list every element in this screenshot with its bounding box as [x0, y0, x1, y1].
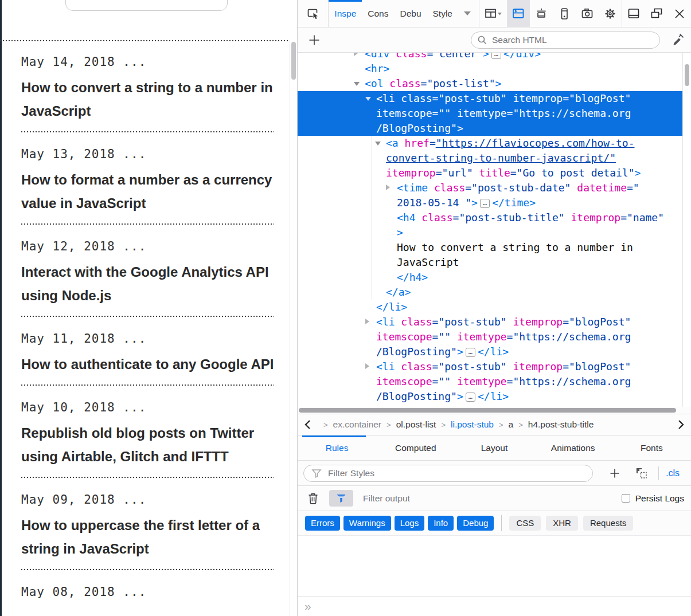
- expand-arrow-icon[interactable]: [365, 319, 369, 324]
- console-filter-toggle[interactable]: [329, 490, 353, 507]
- markup-line[interactable]: itemprop="url" title="Go to post detail"…: [298, 166, 691, 181]
- settings-button[interactable]: [599, 0, 622, 27]
- markup-line[interactable]: itemscope="" itemtype="https://schema.or…: [298, 374, 691, 389]
- markup-line[interactable]: </li>: [298, 300, 691, 315]
- level-filter-button[interactable]: Info: [428, 516, 454, 531]
- breadcrumb-item[interactable]: a: [509, 419, 514, 430]
- console-filter-input[interactable]: Filter output: [363, 493, 410, 504]
- collapsed-content-badge[interactable]: …: [480, 199, 490, 208]
- markup-line[interactable]: <hr>: [298, 61, 691, 76]
- breadcrumb-item[interactable]: ex.container: [333, 419, 381, 430]
- dock-bottom-button[interactable]: [622, 0, 645, 27]
- persist-logs-checkbox[interactable]: [622, 494, 630, 503]
- create-new-node-button[interactable]: [307, 33, 322, 48]
- sidebar-tab[interactable]: Rules: [298, 435, 376, 460]
- devtools-tab[interactable]: Debu: [397, 0, 423, 27]
- post-title-link[interactable]: How to authenticate to any Google API: [21, 352, 274, 376]
- console-input-row[interactable]: »: [298, 596, 691, 616]
- post-date[interactable]: May 11, 2018 ...: [21, 332, 274, 346]
- breadcrumb-forward-button[interactable]: [670, 418, 691, 431]
- collapsed-content-badge[interactable]: …: [491, 53, 501, 59]
- split-console-button[interactable]: [507, 0, 530, 27]
- markup-line[interactable]: convert-string-to-number-javascript/": [298, 151, 691, 166]
- markup-line[interactable]: /BlogPosting">: [298, 121, 691, 136]
- markup-line[interactable]: JavaScript: [298, 255, 691, 270]
- collapse-arrow-icon[interactable]: [375, 142, 381, 146]
- separate-window-button[interactable]: [645, 0, 668, 27]
- category-filter-button[interactable]: Requests: [583, 516, 633, 531]
- sidebar-tab[interactable]: Fonts: [612, 435, 691, 460]
- toggle-classes-button[interactable]: .cls: [658, 466, 686, 480]
- markup-line[interactable]: <li class="post-stub" itemprop="blogPost…: [298, 315, 691, 329]
- post-title-link[interactable]: How to format a number as a currency val…: [21, 168, 274, 215]
- markup-line[interactable]: 2018-05-14 ">…</time>: [298, 195, 691, 210]
- markup-vscrollbar-thumb[interactable]: [685, 64, 689, 86]
- sidebar-tab[interactable]: Layout: [455, 435, 533, 460]
- page-scrollbar-thumb[interactable]: [291, 42, 296, 80]
- post-title-link[interactable]: How to uppercase the first letter of a s…: [21, 513, 274, 560]
- expand-arrow-icon[interactable]: [386, 185, 390, 190]
- markup-line[interactable]: /BlogPosting">…</li>: [298, 344, 691, 359]
- markup-line[interactable]: </h4>: [298, 270, 691, 285]
- markup-line[interactable]: <div class="center">…</div>: [298, 53, 691, 61]
- category-filter-button[interactable]: CSS: [509, 516, 541, 531]
- collapse-arrow-icon[interactable]: [365, 97, 371, 101]
- devtools-tab[interactable]: Cons: [365, 0, 391, 27]
- tab-overflow-chevron-icon[interactable]: [464, 11, 471, 15]
- post-date[interactable]: May 10, 2018 ...: [21, 401, 274, 414]
- post-date[interactable]: May 13, 2018 ...: [21, 147, 274, 161]
- collapsed-content-badge[interactable]: …: [466, 348, 475, 357]
- close-devtools-button[interactable]: [668, 0, 691, 27]
- post-date[interactable]: May 14, 2018 ...: [21, 55, 274, 69]
- level-filter-button[interactable]: Debug: [457, 516, 494, 531]
- collapse-arrow-icon[interactable]: [354, 82, 360, 86]
- level-filter-button[interactable]: Logs: [395, 516, 425, 531]
- markup-hscrollbar[interactable]: [298, 407, 691, 414]
- filter-styles-input[interactable]: Filter Styles: [303, 465, 593, 482]
- select-iframe-button[interactable]: [479, 0, 507, 27]
- post-title-link[interactable]: Interact with the Google Analytics API u…: [21, 260, 274, 307]
- markup-line[interactable]: <ol class="post-list">: [298, 76, 691, 91]
- markup-view[interactable]: <div class="center">…</div><hr><ol class…: [298, 53, 691, 407]
- post-date[interactable]: May 09, 2018 ...: [21, 493, 274, 507]
- level-filter-button[interactable]: Warnings: [343, 516, 391, 531]
- sidebar-tab[interactable]: Computed: [376, 435, 455, 460]
- paint-flashing-button[interactable]: [530, 0, 553, 27]
- level-filter-button[interactable]: Errors: [305, 516, 340, 531]
- post-date[interactable]: May 08, 2018 ...: [21, 585, 274, 599]
- markup-hscrollbar-thumb[interactable]: [299, 408, 676, 413]
- search-html-input[interactable]: Search HTML: [471, 32, 660, 49]
- markup-line[interactable]: itemscope="" itemtype="https://schema.or…: [298, 106, 691, 121]
- markup-line[interactable]: <li class="post-stub" itemprop="blogPost…: [298, 91, 691, 106]
- console-output[interactable]: [298, 536, 691, 596]
- clear-console-button[interactable]: [306, 491, 320, 506]
- breadcrumb-item[interactable]: li.post-stub: [451, 419, 494, 430]
- expand-arrow-icon[interactable]: [354, 53, 358, 56]
- markup-line[interactable]: <li class="post-stub" itemprop="blogPost…: [298, 359, 691, 374]
- markup-line[interactable]: >: [298, 225, 691, 240]
- sidebar-tab[interactable]: Animations: [534, 435, 612, 460]
- pseudo-class-panel-button[interactable]: [634, 466, 649, 481]
- responsive-design-button[interactable]: [553, 0, 576, 27]
- breadcrumb-back-button[interactable]: [298, 418, 318, 431]
- breadcrumb-item[interactable]: h4.post-stub-title: [528, 419, 594, 430]
- markup-line[interactable]: <h4 class="post-stub-title" itemprop="na…: [298, 210, 691, 225]
- markup-line[interactable]: itemscope="" itemtype="https://schema.or…: [298, 329, 691, 344]
- add-rule-button[interactable]: [608, 466, 622, 480]
- post-title-link[interactable]: Republish old blog posts on Twitter usin…: [21, 421, 274, 468]
- devtools-tab[interactable]: Inspe: [332, 0, 358, 27]
- markup-line[interactable]: <time class="post-stub-date" datetime=": [298, 181, 691, 195]
- breadcrumb-item[interactable]: ol.post-list: [396, 419, 436, 430]
- markup-line[interactable]: <a href="https://flaviocopes.com/how-to-: [298, 136, 691, 151]
- devtools-tab[interactable]: Style: [431, 0, 455, 27]
- markup-line[interactable]: </a>: [298, 285, 691, 300]
- expand-arrow-icon[interactable]: [365, 363, 369, 369]
- markup-line[interactable]: /BlogPosting">…</li>: [298, 389, 691, 404]
- post-title-link[interactable]: How to convert a string to a number in J…: [21, 76, 274, 123]
- collapsed-content-badge[interactable]: …: [466, 393, 475, 402]
- markup-line[interactable]: How to convert a string to a number in: [298, 240, 691, 255]
- screenshot-button[interactable]: [576, 0, 599, 27]
- post-date[interactable]: May 12, 2018 ...: [21, 240, 274, 253]
- page-scrollbar-track[interactable]: [290, 40, 297, 616]
- category-filter-button[interactable]: XHR: [546, 516, 578, 531]
